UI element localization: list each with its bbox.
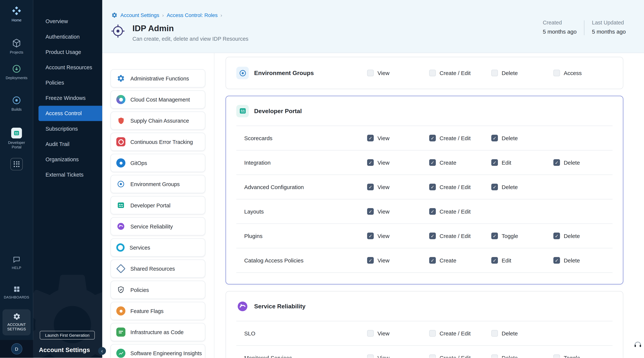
sidebar-item-organizations[interactable]: Organizations [33, 152, 102, 167]
page-title: IDP Admin [132, 24, 248, 33]
nav-module-grid[interactable] [0, 158, 33, 170]
breadcrumb-account-settings[interactable]: Account Settings [120, 12, 159, 18]
view-checkbox[interactable] [367, 330, 374, 337]
nav-account-settings[interactable]: ACCOUNT SETTINGS [2, 309, 30, 335]
sidebar-item-freeze-windows[interactable]: Freeze Windows [33, 90, 102, 106]
delete-checkbox[interactable] [491, 70, 498, 76]
launch-first-generation-button[interactable]: Launch First Generation [40, 331, 95, 339]
resource-item-developer-portal[interactable]: Developer Portal [110, 196, 205, 215]
permission-label: Delete [502, 355, 518, 358]
headset-icon[interactable] [633, 340, 642, 349]
page-subtitle: Can create, edit, delete and view IDP Re… [132, 36, 248, 42]
permission-create: Create [429, 257, 491, 264]
create-edit-checkbox[interactable] [429, 233, 436, 239]
resource-item-infrastructure-as-code[interactable]: Infrastructure as Code [110, 323, 205, 341]
created-label: Created [543, 20, 577, 26]
sidebar-item-authentication[interactable]: Authentication [33, 29, 102, 44]
create-edit-checkbox[interactable] [429, 354, 436, 358]
policies-shield-icon [116, 285, 126, 294]
permission-toggle: Toggle [554, 354, 616, 358]
resource-item-administrative-functions[interactable]: Administrative Functions [110, 69, 205, 88]
resource-label: GitOps [130, 160, 147, 166]
permission-label: Create / Edit [440, 208, 471, 215]
view-checkbox[interactable] [367, 159, 374, 166]
permission-edit: Edit [491, 257, 553, 264]
breadcrumb-access-control-roles[interactable]: Access Control: Roles [167, 12, 218, 18]
create-edit-checkbox[interactable] [429, 184, 436, 190]
nav-deployments[interactable]: Deployments [0, 64, 33, 80]
sidebar-item-overview[interactable]: Overview [33, 14, 102, 29]
resource-item-services[interactable]: Services [110, 238, 205, 257]
user-strip: D [0, 340, 33, 358]
service-reliability-icon [116, 222, 126, 231]
nav-home[interactable]: Home [0, 6, 33, 23]
sidebar-item-subscriptions[interactable]: Subscriptions [33, 121, 102, 136]
edit-checkbox[interactable] [491, 257, 498, 264]
resource-item-software-engineering-insights[interactable]: Software Engineering Insights [110, 344, 205, 358]
view-checkbox[interactable] [367, 233, 374, 239]
user-avatar[interactable]: D [11, 343, 22, 354]
permission-create-edit: Create / Edit [429, 208, 491, 215]
last-updated-label: Last Updated [592, 20, 626, 26]
create-edit-checkbox[interactable] [429, 70, 436, 76]
create-edit-checkbox[interactable] [429, 208, 436, 215]
resource-item-supply-chain-assurance[interactable]: Supply Chain Assurance [110, 111, 205, 130]
resource-item-gitops[interactable]: GitOps [110, 154, 205, 172]
delete-checkbox[interactable] [491, 354, 498, 358]
access-checkbox[interactable] [554, 70, 560, 76]
delete-checkbox[interactable] [491, 330, 498, 337]
toggle-checkbox[interactable] [491, 233, 498, 239]
create-checkbox[interactable] [429, 257, 436, 264]
nav-projects[interactable]: Projects [0, 38, 33, 55]
sidebar-footer-title: Account Settings [39, 346, 90, 353]
permission-toggle: Toggle [491, 233, 553, 239]
view-checkbox[interactable] [367, 208, 374, 215]
delete-checkbox[interactable] [554, 159, 560, 166]
resource-item-environment-groups[interactable]: Environment Groups [110, 175, 205, 193]
sidebar-item-product-usage[interactable]: Product Usage [33, 44, 102, 60]
resource-label: Software Engineering Insights [130, 350, 202, 356]
sidebar-item-audit-trail[interactable]: Audit Trail [33, 136, 102, 152]
view-checkbox[interactable] [367, 184, 374, 190]
collapse-sidebar-button[interactable]: ‹ [98, 347, 106, 355]
panel-header: Developer Portal [236, 96, 612, 126]
nav-builds[interactable]: Builds [0, 96, 33, 112]
toggle-checkbox[interactable] [554, 354, 560, 358]
create-edit-checkbox[interactable] [429, 330, 436, 337]
nav-deployments-label: Deployments [6, 76, 28, 80]
view-checkbox[interactable] [367, 354, 374, 358]
permission-edit: Edit [491, 159, 553, 166]
delete-checkbox[interactable] [491, 184, 498, 190]
permission-label: Toggle [564, 355, 580, 358]
nav-dashboards[interactable]: DASHBOARDS [0, 285, 33, 299]
view-checkbox[interactable] [367, 70, 374, 76]
permission-panel-environment-groups: Environment Groups View Create / Edit De… [226, 57, 623, 89]
sidebar-item-policies[interactable]: Policies [33, 75, 102, 90]
resource-label: Feature Flags [130, 308, 164, 314]
view-checkbox[interactable] [367, 135, 374, 141]
delete-checkbox[interactable] [491, 135, 498, 141]
edit-checkbox[interactable] [491, 159, 498, 166]
sidebar-item-access-control[interactable]: Access Control [38, 106, 102, 121]
resource-item-service-reliability[interactable]: Service Reliability [110, 217, 205, 236]
resource-item-cloud-cost-management[interactable]: Cloud Cost Management [110, 90, 205, 109]
permission-create: Create [429, 159, 491, 166]
sidebar-item-external-tickets[interactable]: External Tickets [33, 167, 102, 182]
developer-portal-icon [11, 128, 22, 139]
resource-item-policies[interactable]: Policies [110, 281, 205, 299]
resource-item-shared-resources[interactable]: Shared Resources [110, 259, 205, 278]
view-checkbox[interactable] [367, 257, 374, 264]
create-checkbox[interactable] [429, 159, 436, 166]
permission-delete: Delete [491, 184, 553, 190]
resource-item-feature-flags[interactable]: Feature Flags [110, 302, 205, 320]
nav-developer-portal[interactable]: Developer Portal [0, 128, 33, 150]
permission-create-edit: Create / Edit [429, 70, 491, 76]
resource-item-continuous-error-tracking[interactable]: Continuous Error Tracking [110, 133, 205, 151]
delete-checkbox[interactable] [554, 257, 560, 264]
nav-help[interactable]: HELP [0, 255, 33, 270]
permission-row-monitored-services: Monitored Services View Create / Edit De… [236, 346, 612, 358]
help-chat-icon [12, 255, 21, 264]
create-edit-checkbox[interactable] [429, 135, 436, 141]
sidebar-item-account-resources[interactable]: Account Resources [33, 60, 102, 75]
delete-checkbox[interactable] [554, 233, 560, 239]
